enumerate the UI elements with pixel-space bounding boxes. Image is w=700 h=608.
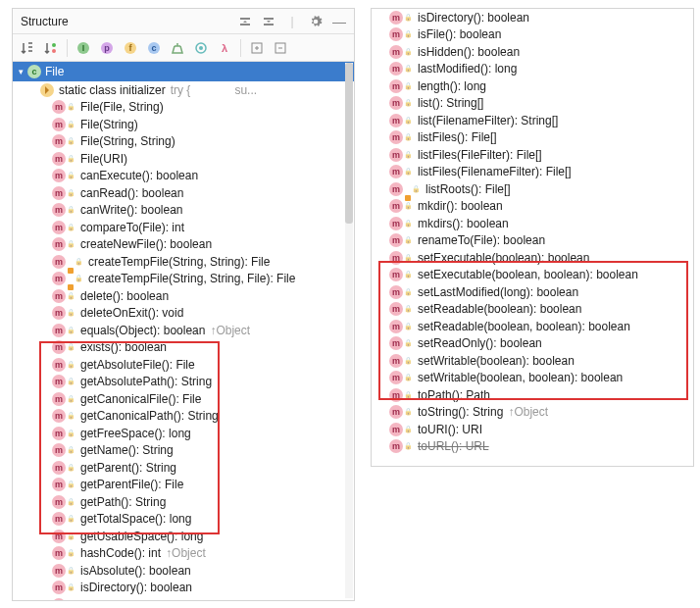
show-fields-button[interactable]: f — [120, 37, 141, 59]
method-row[interactable]: m🔒length(): long — [372, 77, 693, 95]
method-signature: setReadOnly(): boolean — [418, 336, 542, 350]
expand-all-button[interactable] — [246, 37, 268, 59]
method-row[interactable]: m🔒getParentFile(): File — [13, 477, 354, 494]
method-row[interactable]: m🔒delete(): boolean — [13, 287, 354, 305]
method-row[interactable]: m🔒setLastModified(long): boolean — [372, 283, 693, 301]
method-row[interactable]: m🔒isDirectory(): boolean — [13, 580, 354, 597]
method-row[interactable]: m🔒getCanonicalPath(): String — [13, 408, 354, 426]
method-row[interactable]: m🔒getName(): String — [13, 442, 354, 460]
method-icon: m — [389, 302, 403, 316]
settings-icon[interactable] — [305, 11, 326, 32]
method-icon: m — [389, 320, 403, 333]
svg-point-4 — [52, 43, 56, 47]
method-row[interactable]: m🔒canExecute(): boolean — [13, 168, 354, 185]
structure-tree[interactable]: ▾ c File static class initializer try { … — [13, 62, 354, 600]
method-row[interactable]: m🔒getUsableSpace(): long — [13, 528, 354, 545]
method-row[interactable]: m🔒setReadable(boolean, boolean): boolean — [372, 318, 693, 335]
show-overriding-button[interactable] — [190, 37, 212, 59]
scrollbar[interactable] — [345, 63, 353, 598]
method-row[interactable]: m🔒setWritable(boolean): boolean — [372, 352, 693, 370]
show-inherited-button[interactable]: c — [143, 37, 165, 59]
method-row[interactable]: m🔒File(String, String) — [13, 133, 354, 151]
method-signature: isDirectory(): boolean — [80, 581, 192, 594]
method-row[interactable]: m🔒listFiles(): File[] — [372, 129, 693, 147]
method-row[interactable]: m🔒getTotalSpace(): long — [13, 511, 354, 529]
method-row[interactable]: m🔒hashCode(): int ↑Object — [13, 545, 354, 563]
method-row[interactable]: m🔒lastModified(): long — [372, 61, 693, 78]
method-row[interactable]: m🔒setExecutable(boolean, boolean): boole… — [372, 267, 693, 284]
method-row[interactable]: m🔒list(): String[] — [372, 95, 693, 113]
method-row[interactable]: m🔒list(FilenameFilter): String[] — [372, 112, 693, 129]
lock-icon: 🔒 — [404, 133, 413, 141]
method-row[interactable]: m🔒listFiles(FileFilter): File[] — [372, 146, 693, 164]
method-row[interactable]: m🔒toPath(): Path — [372, 386, 693, 404]
method-row[interactable]: m🔒setReadable(boolean): boolean — [372, 301, 693, 319]
method-row[interactable]: m🔒toURL(): URL — [372, 438, 693, 456]
method-signature: File(String) — [80, 118, 138, 131]
scrollbar-thumb[interactable] — [345, 63, 353, 224]
show-lambda-button[interactable]: λ — [214, 37, 235, 59]
method-row[interactable]: m🔒isDirectory(): boolean — [372, 9, 693, 26]
method-signature: getParent(): String — [80, 461, 176, 475]
method-row[interactable]: m🔒createTempFile(String, String): File — [13, 253, 354, 271]
method-row[interactable]: m🔒exists(): boolean — [13, 339, 354, 357]
class-node-file[interactable]: ▾ c File — [13, 62, 354, 81]
method-row[interactable]: m🔒getFreeSpace(): long — [13, 425, 354, 442]
lock-icon: 🔒 — [67, 309, 75, 317]
method-row[interactable]: m🔒listFiles(FilenameFilter): File[] — [372, 164, 693, 181]
method-row[interactable]: m🔒setWritable(boolean, boolean): boolean — [372, 370, 693, 387]
method-row[interactable]: m🔒isFile(): boolean — [13, 596, 354, 600]
method-row[interactable]: m🔒isAbsolute(): boolean — [13, 562, 354, 580]
method-row[interactable]: m🔒getAbsolutePath(): String — [13, 374, 354, 391]
structure-tree-right[interactable]: m🔒isDirectory(): booleanm🔒isFile(): bool… — [372, 9, 693, 466]
method-row[interactable]: m🔒setReadOnly(): boolean — [372, 335, 693, 353]
show-properties-button[interactable]: p — [96, 37, 118, 59]
method-row[interactable]: m🔒setExecutable(boolean): boolean — [372, 249, 693, 267]
method-icon: m — [389, 199, 403, 213]
method-icon: m — [52, 221, 66, 234]
method-row[interactable]: m🔒renameTo(File): boolean — [372, 232, 693, 250]
method-row[interactable]: m🔒createTempFile(String, String, File): … — [13, 271, 354, 288]
method-row[interactable]: m🔒getCanonicalFile(): File — [13, 390, 354, 408]
scroll-from-source-icon[interactable] — [234, 11, 256, 32]
method-icon: m — [52, 237, 66, 251]
method-row[interactable]: m🔒getAbsoluteFile(): File — [13, 356, 354, 374]
method-row[interactable]: m🔒mkdir(): boolean — [372, 198, 693, 216]
method-row[interactable]: m🔒toString(): String ↑Object — [372, 404, 693, 422]
method-icon: m — [52, 306, 66, 320]
show-anonymous-button[interactable] — [167, 37, 188, 59]
method-row[interactable]: m🔒getParent(): String — [13, 459, 354, 477]
navigate-icon[interactable] — [258, 11, 279, 32]
method-row[interactable]: m🔒listRoots(): File[] — [372, 180, 693, 198]
svg-rect-2 — [264, 18, 274, 20]
method-row[interactable]: m🔒isHidden(): boolean — [372, 43, 693, 61]
method-row[interactable]: m🔒File(File, String) — [13, 99, 354, 117]
method-row[interactable]: m🔒compareTo(File): int — [13, 219, 354, 236]
method-icon: m — [389, 114, 403, 127]
method-row[interactable]: m🔒canWrite(): boolean — [13, 202, 354, 220]
method-row[interactable]: m🔒File(String) — [13, 116, 354, 133]
method-signature: setExecutable(boolean): boolean — [418, 251, 589, 265]
lock-icon: 🔒 — [67, 361, 75, 369]
method-row[interactable]: m🔒isFile(): boolean — [372, 26, 693, 44]
method-row[interactable]: m🔒getPath(): String — [13, 493, 354, 511]
collapse-all-button[interactable] — [270, 37, 291, 59]
lock-icon: 🔒 — [404, 323, 413, 330]
structure-panel-continued: m🔒isDirectory(): booleanm🔒isFile(): bool… — [371, 8, 694, 467]
svg-rect-0 — [240, 18, 250, 20]
method-row[interactable]: m🔒toURI(): URI — [372, 421, 693, 438]
hide-icon[interactable]: — — [328, 11, 350, 32]
sort-visibility-button[interactable] — [40, 37, 62, 59]
static-initializer[interactable]: static class initializer try { su... — [13, 81, 354, 99]
method-row[interactable]: m🔒createNewFile(): boolean — [13, 236, 354, 254]
method-row[interactable]: m🔒equals(Object): boolean ↑Object — [13, 322, 354, 339]
lock-icon: 🔒 — [404, 82, 413, 90]
lock-icon: 🔒 — [404, 305, 413, 313]
method-row[interactable]: m🔒File(URI) — [13, 150, 354, 168]
show-interfaces-button[interactable]: I — [73, 37, 94, 59]
method-row[interactable]: m🔒mkdirs(): boolean — [372, 215, 693, 232]
lock-icon: 🔒 — [404, 99, 413, 107]
sort-alpha-button[interactable] — [17, 37, 38, 59]
method-row[interactable]: m🔒canRead(): boolean — [13, 184, 354, 202]
method-row[interactable]: m🔒deleteOnExit(): void — [13, 305, 354, 323]
